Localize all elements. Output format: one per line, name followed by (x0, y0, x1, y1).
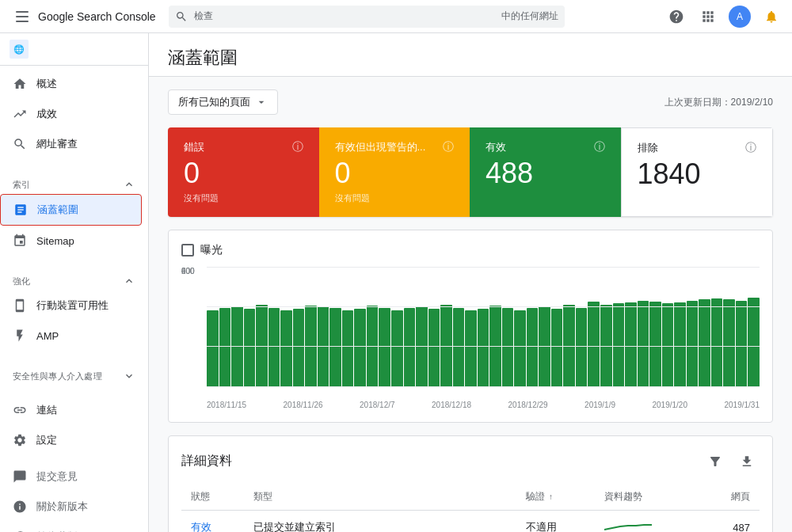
extra-icon-btn[interactable] (757, 2, 786, 31)
chart-bar (318, 306, 329, 386)
excluded-info-icon[interactable]: ⓘ (745, 141, 756, 155)
table-header: 詳細資料 (181, 449, 760, 474)
chart-bar (404, 308, 416, 387)
menu-icon[interactable] (6, 1, 38, 32)
enhance-section-header[interactable]: 強化 (0, 268, 148, 291)
account-icon-btn[interactable]: A (725, 2, 754, 31)
status-card-excluded[interactable]: 排除 ⓘ 1840 (621, 127, 774, 217)
chart-bar (354, 309, 366, 387)
chart-bar (674, 302, 686, 386)
warning-card-title: 有效但出現警告的... ⓘ (335, 140, 455, 154)
chart-bar (453, 308, 465, 387)
security-section: 安全性與專人介入處理 (0, 360, 148, 389)
topbar: Google Search Console 檢查 中的任何網址 A (0, 0, 792, 33)
property-selector[interactable]: 🌐 (0, 33, 148, 66)
info-icon (13, 500, 27, 514)
search-suffix: 中的任何網址 (501, 10, 558, 23)
col-type: 類型 (244, 484, 516, 511)
status-card-valid[interactable]: 有效 ⓘ 488 (470, 127, 621, 217)
chart-bar (268, 308, 280, 387)
error-info-icon[interactable]: ⓘ (292, 140, 303, 154)
chart-bar (293, 309, 305, 387)
sidebar-item-url-inspection[interactable]: 網址審查 (0, 129, 142, 159)
sidebar-item-old-version[interactable]: 前往舊版 (0, 522, 148, 532)
download-icon (740, 454, 754, 469)
chevron-down-icon (255, 96, 268, 108)
coverage-icon (13, 203, 28, 217)
content-body: 所有已知的頁面 上次更新日期：2019/2/10 錯誤 ⓘ 0 沒有問題 (149, 77, 792, 532)
search-input[interactable] (219, 10, 495, 22)
chart-bar (539, 306, 550, 386)
chart-label: 曝光 (200, 243, 223, 257)
x-label-7: 2019/1/31 (724, 401, 760, 409)
y-label-0: 0 (181, 267, 186, 276)
sidebar-item-feedback[interactable]: 提交意見 (0, 462, 148, 492)
security-section-header[interactable]: 安全性與專人介入處理 (0, 363, 148, 386)
chart-bar (551, 309, 563, 387)
main-layout: 🌐 概述 成效 網址審查 (0, 33, 792, 532)
chart-bar (489, 306, 501, 387)
search-prefix: 檢查 (194, 10, 213, 23)
valid-info-icon[interactable]: ⓘ (594, 140, 605, 154)
filter-dropdown[interactable]: 所有已知的頁面 (168, 89, 278, 115)
filter-icon-btn[interactable] (703, 449, 728, 474)
chart-bar (649, 302, 661, 387)
chart-section: 曝光 600 400 200 0 (168, 230, 773, 423)
sidebar-item-amp[interactable]: AMP (0, 321, 142, 351)
mobile-icon (13, 298, 27, 313)
chart-bar (711, 298, 723, 386)
app-name: Google Search Console (38, 10, 156, 23)
apps-icon-btn[interactable] (694, 2, 722, 31)
search-icon (175, 10, 188, 23)
chart-bar (244, 309, 256, 387)
sidebar-item-settings[interactable]: 設定 (0, 425, 142, 455)
warning-card-subtitle: 沒有問題 (335, 192, 455, 204)
sidebar-item-coverage-label: 涵蓋範圍 (37, 203, 78, 217)
sidebar-item-performance[interactable]: 成效 (0, 99, 142, 129)
x-label-4: 2018/12/29 (508, 401, 548, 409)
status-card-warning[interactable]: 有效但出現警告的... ⓘ 0 沒有問題 (319, 127, 470, 217)
filter-bar: 所有已知的頁面 上次更新日期：2019/2/10 (168, 89, 773, 115)
chart-area: 600 400 200 0 (181, 267, 760, 409)
excluded-card-title: 排除 ⓘ (638, 141, 757, 155)
chart-bar (367, 306, 379, 387)
sidebar-item-new-version-label: 關於新版本 (36, 500, 88, 514)
index-section-header[interactable]: 索引 (0, 172, 148, 194)
error-card-number: 0 (184, 158, 303, 189)
main-content: 涵蓋範圍 所有已知的頁面 上次更新日期：2019/2/10 錯誤 ⓘ (149, 33, 792, 532)
table-row: 有效 已提交並建立索引 不適用 487 (181, 510, 760, 532)
sidebar-item-mobile[interactable]: 行動裝置可用性 (0, 291, 142, 321)
chart-bar (723, 299, 735, 386)
app-logo[interactable]: Google Search Console (38, 10, 156, 23)
row1-type: 已提交並建立索引 (244, 510, 516, 532)
chart-bar (527, 308, 539, 387)
chart-bar (502, 308, 514, 387)
chart-bar (687, 301, 699, 387)
warning-info-icon[interactable]: ⓘ (443, 140, 454, 154)
help-icon-btn[interactable] (662, 2, 691, 31)
sidebar-item-new-version[interactable]: 關於新版本 (0, 492, 148, 522)
chart-bar (563, 305, 575, 387)
sidebar-item-overview[interactable]: 概述 (0, 69, 142, 99)
x-label-6: 2019/1/20 (653, 401, 688, 409)
row1-pages: 487 (699, 510, 760, 532)
sidebar-item-sitemap[interactable]: Sitemap (0, 226, 142, 256)
col-pages: 網頁 (699, 484, 760, 511)
enhance-section-label: 強化 (13, 276, 31, 287)
sidebar-item-coverage[interactable]: 涵蓋範圍 (0, 194, 142, 226)
home-icon (13, 77, 27, 91)
trend-line-1 (604, 519, 652, 532)
property-icon: 🌐 (10, 40, 29, 59)
chart-bar (440, 305, 452, 387)
status-card-error[interactable]: 錯誤 ⓘ 0 沒有問題 (168, 127, 319, 217)
sidebar-item-links[interactable]: 連結 (0, 395, 142, 425)
sidebar-item-mobile-label: 行動裝置可用性 (36, 298, 109, 313)
enhance-section: 強化 行動裝置可用性 AMP (0, 265, 148, 354)
index-section: 索引 涵蓋範圍 Sitemap (0, 169, 148, 259)
x-label-1: 2018/11/26 (284, 401, 323, 409)
chart-bar (342, 310, 354, 386)
download-icon-btn[interactable] (734, 449, 760, 474)
chart-bar (305, 306, 317, 387)
chart-checkbox[interactable] (181, 244, 194, 256)
chart-bar (207, 310, 219, 386)
